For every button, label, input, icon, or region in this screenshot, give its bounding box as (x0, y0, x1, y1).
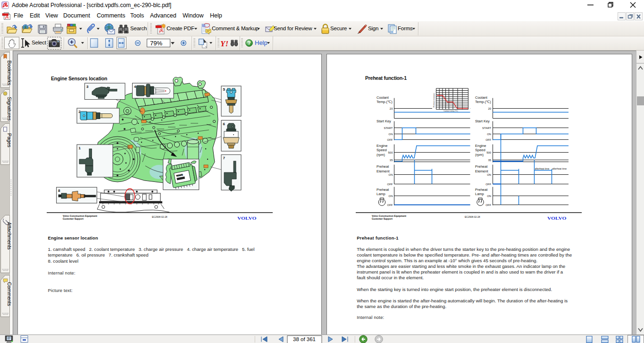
svg-text:VOLVO: VOLVO (237, 216, 257, 221)
svg-text:Engine sensor location: Engine sensor location (48, 236, 98, 240)
svg-text:Speed: Speed (376, 148, 387, 152)
svg-text:When the starting key is turne: When the starting key is turned into eng… (357, 287, 552, 292)
svg-text:35: 35 (390, 159, 393, 162)
svg-text:Preheat function-1: Preheat function-1 (357, 236, 398, 240)
svg-text:Preheat: Preheat (475, 188, 488, 192)
svg-text:500: 500 (388, 151, 393, 154)
svg-text:OFF: OFF (387, 204, 393, 206)
svg-text:OFF: OFF (387, 183, 393, 186)
svg-text:20: 20 (390, 107, 393, 110)
svg-text:Customer Support: Customer Support (63, 217, 84, 220)
svg-text:Signatures: Signatures (7, 97, 12, 120)
svg-text:Engine: Engine (376, 144, 387, 148)
svg-text:?: ? (248, 40, 251, 46)
svg-text:Preheat time(sec): Preheat time(sec) (433, 93, 435, 107)
svg-text:Attachments: Attachments (7, 222, 12, 249)
svg-text:ON: ON (389, 173, 393, 176)
svg-text:35: 35 (488, 159, 492, 162)
svg-text:afterheat time: afterheat time (535, 167, 550, 170)
svg-text:Element: Element (376, 169, 390, 173)
svg-text:38 of 361: 38 of 361 (293, 336, 316, 342)
svg-text:20: 20 (488, 107, 492, 110)
svg-text:EC2908-02-28: EC2908-02-28 (152, 215, 167, 218)
svg-text:5: 5 (223, 87, 226, 92)
svg-text:OFF: OFF (387, 138, 393, 141)
svg-text:Engine Sensors location: Engine Sensors location (51, 76, 108, 81)
svg-text:ON: ON (487, 133, 491, 136)
svg-text:Preheat function-1: Preheat function-1 (365, 75, 407, 81)
svg-text:4: 4 (134, 85, 136, 89)
svg-text:coolant temperature is below t: coolant temperature is below the specifi… (357, 253, 572, 257)
svg-text:VOLVO: VOLVO (547, 216, 567, 221)
svg-text:Temp.(℃): Temp.(℃) (376, 100, 393, 104)
svg-text:OFF: OFF (485, 183, 491, 186)
svg-text:Volvo Construction Equipment: Volvo Construction Equipment (372, 214, 406, 217)
svg-text:ON: ON (487, 173, 491, 176)
svg-text:EC2908-02-28: EC2908-02-28 (465, 215, 480, 218)
svg-text:Y!: Y! (220, 39, 228, 48)
svg-text:afterheat time: afterheat time (552, 167, 567, 170)
svg-text:8: 8 (58, 189, 60, 193)
svg-text:When the engine is started the: When the engine is started the after-hea… (357, 299, 568, 303)
svg-text:Coolant: Coolant (376, 95, 389, 100)
svg-text:fault should occur in the elem: fault should occur in the element. (357, 275, 424, 280)
svg-text:Speed: Speed (475, 148, 485, 152)
svg-text:(rpm): (rpm) (376, 153, 385, 157)
svg-text:The element is coupled in when: The element is coupled in when the drive… (357, 247, 570, 252)
svg-text:OFF: OFF (485, 138, 491, 141)
svg-text:ON: ON (389, 195, 393, 197)
svg-text:3: 3 (86, 85, 89, 89)
svg-text:Start Key: Start Key (475, 119, 490, 123)
svg-text:Comments: Comments (7, 282, 12, 306)
svg-text:Temp.(℃): Temp.(℃) (475, 100, 491, 104)
svg-text:8. coolant level: 8. coolant level (48, 259, 79, 264)
svg-text:Lamp: Lamp (475, 192, 484, 196)
svg-text:Lamp: Lamp (376, 192, 385, 196)
svg-text:ON: ON (389, 133, 393, 136)
svg-text:Internal note:: Internal note: (48, 271, 75, 275)
svg-text:Customer Support: Customer Support (372, 217, 393, 220)
svg-text:Internal note:: Internal note: (357, 315, 384, 320)
svg-text:Preheat: Preheat (475, 164, 488, 169)
svg-text:The advantages are easier star: The advantages are easier starting and l… (357, 264, 565, 269)
svg-text:Volvo Construction Equipment: Volvo Construction Equipment (63, 214, 97, 217)
svg-text:Engine: Engine (475, 144, 486, 148)
svg-text:the same as the duration of th: the same as the duration of the pre-heat… (357, 304, 446, 309)
svg-text:ON: ON (487, 195, 491, 197)
svg-text:500: 500 (486, 151, 492, 154)
svg-text:Pages: Pages (7, 133, 12, 147)
svg-text:temperature 6. oil pressure: temperature 6. oil pressure 7. crankshaf… (48, 253, 149, 257)
svg-text:Bookmarks: Bookmarks (7, 60, 12, 86)
svg-text:instrument panel is lit when t: instrument panel is lit when the preheat… (357, 270, 563, 274)
svg-text:Start Key: Start Key (376, 119, 391, 123)
svg-text:6: 6 (223, 122, 226, 126)
svg-text:1: 1 (79, 146, 81, 150)
svg-text:1. camshaft speed 2. coolant: 1. camshaft speed 2. coolant temperature… (48, 247, 255, 252)
svg-text:Preheat: Preheat (376, 188, 389, 192)
svg-text:START: START (384, 127, 393, 129)
svg-text:Coolant temp.(℃): Coolant temp.(℃) (443, 110, 458, 112)
svg-text:7: 7 (223, 156, 226, 160)
svg-text:(rpm): (rpm) (475, 153, 484, 157)
svg-text:OFF: OFF (485, 204, 491, 206)
svg-text:Element: Element (475, 169, 488, 173)
svg-text:engine control system. This is: engine control system. This is an exampl… (357, 258, 537, 263)
svg-text:START: START (482, 127, 491, 129)
svg-text:Preheat: Preheat (376, 164, 389, 169)
svg-text:Picture text:: Picture text: (48, 288, 73, 293)
svg-text:Coolant: Coolant (475, 95, 488, 100)
